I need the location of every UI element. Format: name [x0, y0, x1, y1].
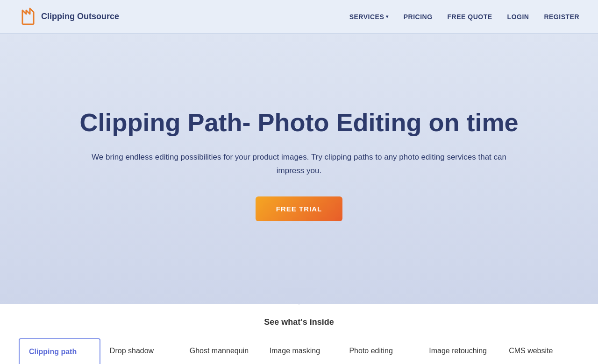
service-item-photo-editing[interactable]: Photo editing: [340, 338, 420, 364]
service-name: CMS website: [509, 347, 553, 355]
nav-login[interactable]: LOGIN: [507, 13, 529, 21]
nav-register[interactable]: REGISTER: [544, 13, 579, 21]
hero-section: Clipping Path- Photo Editing on time We …: [0, 34, 598, 304]
nav-services[interactable]: SERVICES ▾: [349, 13, 389, 21]
service-item-ghost-mannequin[interactable]: Ghost mannequin: [180, 338, 260, 364]
see-inside-label: See what's inside: [19, 317, 579, 327]
service-name: Image retouching: [429, 347, 487, 355]
hero-arrow-decoration: [280, 288, 318, 305]
header: Clipping Outsource SERVICES ▾ PRICING FR…: [0, 0, 598, 34]
nav-free-quote[interactable]: FREE QUOTE: [448, 13, 492, 21]
main-nav: SERVICES ▾ PRICING FREE QUOTE LOGIN REGI…: [349, 13, 579, 21]
bottom-section: See what's inside Clipping pathDrop shad…: [0, 304, 598, 364]
service-name: Image masking: [270, 347, 320, 355]
logo-icon: [19, 6, 37, 28]
hero-title: Clipping Path- Photo Editing on time: [80, 107, 519, 138]
nav-pricing[interactable]: PRICING: [404, 13, 433, 21]
chevron-down-icon: ▾: [386, 14, 389, 19]
service-item-image-retouching[interactable]: Image retouching: [420, 338, 499, 364]
services-grid: Clipping pathDrop shadowGhost mannequinI…: [19, 338, 579, 364]
service-name: Photo editing: [349, 347, 392, 355]
service-name: Clipping path: [29, 348, 77, 356]
hero-subtitle: We bring endless editing possibilities f…: [89, 151, 509, 178]
free-trial-button[interactable]: FREE TRIAL: [256, 196, 342, 221]
service-item-clipping-path[interactable]: Clipping path: [19, 338, 100, 364]
service-name: Ghost mannequin: [190, 347, 249, 355]
service-name: Drop shadow: [110, 347, 154, 355]
logo-area[interactable]: Clipping Outsource: [19, 6, 119, 28]
logo-text: Clipping Outsource: [41, 12, 119, 21]
service-item-drop-shadow[interactable]: Drop shadow: [100, 338, 180, 364]
service-item-image-masking[interactable]: Image masking: [260, 338, 340, 364]
service-item-cms-website[interactable]: CMS website: [499, 338, 579, 364]
